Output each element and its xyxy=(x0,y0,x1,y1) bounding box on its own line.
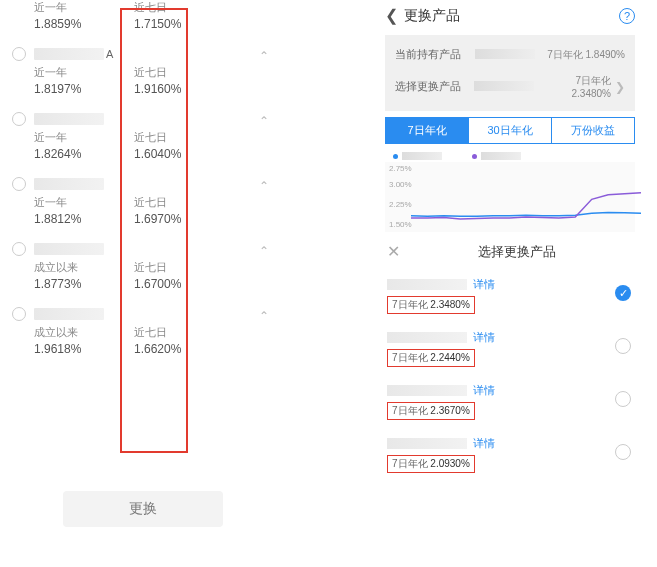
radio-unchecked[interactable] xyxy=(12,112,26,126)
page-header: ❮ 更换产品 ? xyxy=(375,0,645,31)
chevron-up-icon[interactable]: ⌃ xyxy=(259,179,269,193)
product-name-blur xyxy=(34,243,104,255)
legend-dot-blue xyxy=(393,154,398,159)
metric-label-left: 近一年 xyxy=(34,130,134,145)
select-label: 选择更换产品 xyxy=(395,79,474,94)
radio-unchecked[interactable] xyxy=(615,338,631,354)
metric-label-left: 近一年 xyxy=(34,195,134,210)
info-card: 当前持有产品 7日年化 1.8490% 选择更换产品 7日年化 2.3480% … xyxy=(385,35,635,111)
option-rate-badge: 7日年化 2.3670% xyxy=(387,402,475,420)
option-rate-badge: 7日年化 2.3480% xyxy=(387,296,475,314)
product-option[interactable]: 详情 7日年化 2.3480% ✓ xyxy=(375,271,645,324)
metrics-row: 近一年 1.8197% 近七日 1.9160% xyxy=(0,65,285,106)
product-row[interactable]: ⌃ xyxy=(0,171,285,195)
current-label: 当前持有产品 xyxy=(395,47,475,62)
product-name-blur xyxy=(34,308,104,320)
option-rate-badge: 7日年化 2.0930% xyxy=(387,455,475,473)
select-rate: 7日年化 2.3480% xyxy=(534,74,611,99)
close-icon[interactable]: ✕ xyxy=(387,242,400,261)
metric-label-left: 近一年 xyxy=(34,0,134,15)
detail-link[interactable]: 详情 xyxy=(473,383,495,398)
product-name-blur xyxy=(34,178,104,190)
detail-link[interactable]: 详情 xyxy=(473,436,495,451)
metric-value-left: 1.8197% xyxy=(34,82,134,96)
chart-legend xyxy=(375,144,645,162)
chevron-right-icon: ❯ xyxy=(615,80,625,94)
option-name-blur xyxy=(387,438,467,449)
detail-link[interactable]: 详情 xyxy=(473,277,495,292)
back-icon[interactable]: ❮ xyxy=(385,6,398,25)
swap-product-panel: ❮ 更换产品 ? 当前持有产品 7日年化 1.8490% 选择更换产品 7日年化… xyxy=(375,0,645,567)
metric-label-left: 成立以来 xyxy=(34,260,134,275)
radio-unchecked[interactable] xyxy=(615,444,631,460)
chevron-up-icon[interactable]: ⌃ xyxy=(259,114,269,128)
metric-label-7d: 近七日 xyxy=(134,325,214,340)
help-icon[interactable]: ? xyxy=(619,8,635,24)
metric-value-left: 1.8264% xyxy=(34,147,134,161)
tab-0[interactable]: 7日年化 xyxy=(386,118,468,143)
chevron-up-icon[interactable]: ⌃ xyxy=(259,244,269,258)
product-name-blur xyxy=(474,81,534,91)
chart-line xyxy=(411,212,641,216)
sheet-header: ✕ 选择更换产品 xyxy=(375,232,645,271)
radio-unchecked[interactable] xyxy=(12,47,26,61)
option-name-blur xyxy=(387,332,467,343)
metric-label-left: 成立以来 xyxy=(34,325,134,340)
chevron-up-icon[interactable]: ⌃ xyxy=(259,309,269,323)
radio-unchecked[interactable] xyxy=(615,391,631,407)
metric-label-left: 近一年 xyxy=(34,65,134,80)
metrics-row: 成立以来 1.8773% 近七日 1.6700% xyxy=(0,260,285,301)
metric-value-7d: 1.6040% xyxy=(134,147,214,161)
option-name-blur xyxy=(387,279,467,290)
tab-2[interactable]: 万份收益 xyxy=(551,118,634,143)
metric-label-7d: 近七日 xyxy=(134,0,214,15)
metric-label-7d: 近七日 xyxy=(134,260,214,275)
sheet-title: 选择更换产品 xyxy=(400,243,633,261)
radio-unchecked[interactable] xyxy=(12,242,26,256)
chevron-up-icon[interactable]: ⌃ xyxy=(259,49,269,63)
radio-checked[interactable]: ✓ xyxy=(615,285,631,301)
radio-unchecked[interactable] xyxy=(12,177,26,191)
product-row[interactable]: ⌃ xyxy=(0,106,285,130)
metrics-row: 近一年 1.8812% 近七日 1.6970% xyxy=(0,195,285,236)
product-row[interactable]: A ⌃ xyxy=(0,41,285,65)
metric-value-7d: 1.6970% xyxy=(134,212,214,226)
metric-value-7d: 1.7150% xyxy=(134,17,214,31)
metric-value-left: 1.8812% xyxy=(34,212,134,226)
tab-1[interactable]: 30日年化 xyxy=(468,118,551,143)
product-row[interactable]: ⌃ xyxy=(0,301,285,325)
metric-value-left: 1.8773% xyxy=(34,277,134,291)
product-option[interactable]: 详情 7日年化 2.3670% xyxy=(375,377,645,430)
page-title: 更换产品 xyxy=(404,7,619,25)
radio-unchecked[interactable] xyxy=(12,307,26,321)
detail-link[interactable]: 详情 xyxy=(473,330,495,345)
legend-dot-purple xyxy=(472,154,477,159)
option-rate-badge: 7日年化 2.2440% xyxy=(387,349,475,367)
product-row[interactable]: ⌃ xyxy=(0,236,285,260)
product-option[interactable]: 详情 7日年化 2.2440% xyxy=(375,324,645,377)
metric-label-7d: 近七日 xyxy=(134,195,214,210)
rate-tabs: 7日年化30日年化万份收益 xyxy=(385,117,635,144)
current-product-row: 当前持有产品 7日年化 1.8490% xyxy=(385,41,635,68)
metric-value-7d: 1.6620% xyxy=(134,342,214,356)
product-name-blur xyxy=(34,48,104,60)
metric-value-7d: 1.9160% xyxy=(134,82,214,96)
swap-button[interactable]: 更换 xyxy=(63,491,223,527)
metrics-row: 成立以来 1.9618% 近七日 1.6620% xyxy=(0,325,285,366)
legend-label-blur xyxy=(481,152,521,160)
product-option[interactable]: 详情 7日年化 2.0930% xyxy=(375,430,645,483)
product-name-blur xyxy=(34,113,104,125)
product-list-panel: 近一年 1.8859% 近七日 1.7150% A ⌃ 近一年 1.8197% … xyxy=(0,0,285,567)
metrics-row: 近一年 1.8264% 近七日 1.6040% xyxy=(0,130,285,171)
rate-chart: 2.75% 3.00% 2.25% 1.50% xyxy=(385,162,635,232)
option-name-blur xyxy=(387,385,467,396)
metric-value-7d: 1.6700% xyxy=(134,277,214,291)
metric-label-7d: 近七日 xyxy=(134,65,214,80)
metric-value-left: 1.9618% xyxy=(34,342,134,356)
metrics-row: 近一年 1.8859% 近七日 1.7150% xyxy=(0,0,285,41)
product-name-blur xyxy=(475,49,535,59)
select-product-row[interactable]: 选择更换产品 7日年化 2.3480% ❯ xyxy=(385,68,635,105)
metric-value-left: 1.8859% xyxy=(34,17,134,31)
legend-label-blur xyxy=(402,152,442,160)
metric-label-7d: 近七日 xyxy=(134,130,214,145)
